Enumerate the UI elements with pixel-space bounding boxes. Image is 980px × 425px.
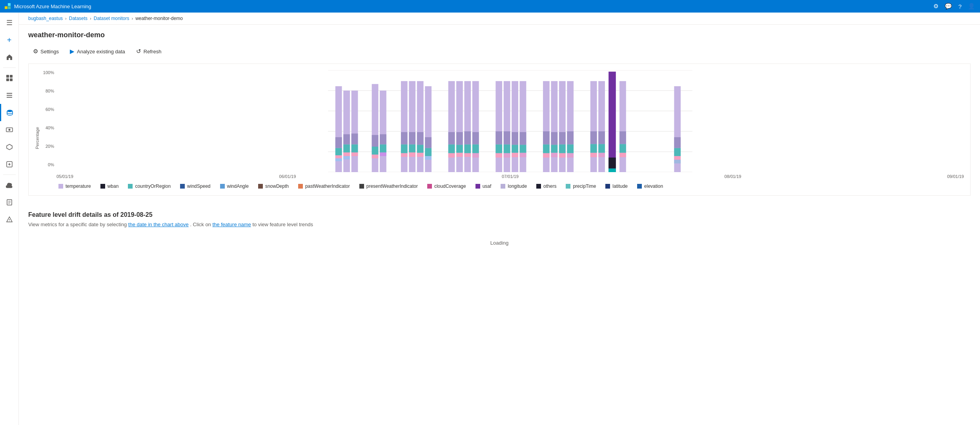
help-icon[interactable]: ? — [958, 3, 962, 10]
sidebar-divider-2 — [3, 174, 16, 175]
svg-rect-69 — [464, 81, 471, 172]
svg-rect-88 — [512, 153, 518, 157]
svg-rect-97 — [551, 81, 558, 172]
svg-rect-40 — [372, 154, 379, 158]
svg-rect-99 — [551, 145, 558, 153]
x-label-sep: 09/01/19 — [947, 174, 964, 179]
svg-rect-4 — [6, 75, 9, 78]
refresh-button-icon: ↺ — [136, 48, 141, 55]
legend-label-latitude: latitude — [612, 183, 628, 189]
svg-rect-71 — [464, 144, 471, 153]
svg-rect-44 — [380, 153, 386, 156]
y-label-100: 100% — [35, 70, 56, 75]
legend-color-usaf — [475, 184, 480, 189]
x-label-aug: 08/01/19 — [725, 174, 741, 179]
svg-rect-37 — [372, 84, 379, 172]
svg-rect-48 — [401, 153, 408, 157]
legend-precipTime: precipTime — [566, 183, 596, 189]
feedback-icon[interactable]: 💬 — [945, 3, 952, 10]
sidebar-item-datasets[interactable] — [0, 104, 19, 121]
legend-color-presentWeatherIndicator — [359, 184, 364, 189]
legend-color-cloudCoverage — [427, 184, 432, 189]
legend-label-temperature: temperature — [66, 183, 91, 189]
svg-rect-50 — [409, 132, 415, 145]
legend-color-longitude — [501, 184, 505, 189]
sidebar-item-experiments[interactable] — [0, 87, 19, 104]
legend-label-others: others — [543, 183, 556, 189]
svg-rect-95 — [543, 144, 550, 153]
svg-rect-7 — [10, 78, 13, 81]
svg-rect-41 — [380, 91, 386, 172]
chart-legend: temperature wban countryOrRegion windSpe… — [58, 183, 964, 189]
svg-rect-6 — [6, 78, 9, 81]
svg-rect-52 — [409, 153, 415, 157]
sidebar-item-menu[interactable]: ☰ — [0, 14, 19, 31]
sidebar-item-home[interactable] — [0, 49, 19, 66]
svg-rect-116 — [598, 153, 605, 157]
breadcrumb-datasets[interactable]: Datasets — [69, 16, 87, 21]
svg-rect-32 — [343, 156, 350, 159]
settings-button[interactable]: ⚙ Settings — [28, 45, 64, 57]
legend-label-pastWeatherIndicator: pastWeatherIndicator — [305, 183, 350, 189]
svg-rect-102 — [559, 132, 566, 145]
svg-rect-107 — [567, 144, 574, 153]
svg-rect-83 — [504, 144, 510, 153]
chart-svg — [56, 70, 964, 172]
chart-container: Percentage 100% 80% 60% 40% 20% 0% — [28, 64, 971, 196]
feature-link[interactable]: the feature name — [212, 222, 251, 227]
x-label-jun: 06/01/19 — [279, 174, 296, 179]
svg-rect-123 — [619, 153, 626, 157]
svg-rect-78 — [495, 131, 502, 144]
sidebar-item-cloud[interactable] — [0, 176, 19, 194]
settings-button-label: Settings — [40, 49, 59, 54]
sidebar-item-alerts[interactable] — [0, 211, 19, 228]
legend-color-wban — [100, 184, 105, 189]
chart-area[interactable]: 05/01/19 06/01/19 07/01/19 08/01/19 09/0… — [56, 70, 964, 179]
svg-rect-43 — [380, 144, 386, 152]
sidebar-item-deploy[interactable] — [0, 156, 19, 173]
y-label-0: 0% — [35, 162, 56, 167]
svg-rect-82 — [504, 131, 510, 144]
analyze-button-icon: ▶ — [70, 48, 75, 55]
svg-rect-110 — [590, 131, 597, 144]
drift-subtitle: View metrics for a specific date by sele… — [28, 222, 971, 227]
svg-point-11 — [7, 110, 13, 112]
svg-rect-65 — [456, 81, 463, 172]
sidebar-item-new[interactable]: + — [0, 31, 19, 49]
legend-wban: wban — [100, 183, 119, 189]
sidebar-item-notebooks[interactable] — [0, 194, 19, 211]
svg-rect-1 — [8, 3, 11, 6]
svg-rect-35 — [352, 144, 358, 152]
legend-color-precipTime — [566, 184, 570, 189]
svg-rect-59 — [425, 148, 432, 156]
legend-color-latitude — [605, 184, 610, 189]
analyze-button[interactable]: ▶ Analyze existing data — [65, 45, 130, 57]
legend-label-windAngle: windAngle — [227, 183, 249, 189]
svg-rect-122 — [619, 144, 626, 153]
legend-color-others — [536, 184, 541, 189]
settings-icon[interactable]: ⚙ — [933, 3, 938, 10]
sidebar-item-models[interactable] — [0, 138, 19, 156]
breadcrumb-sep-2: › — [90, 16, 91, 21]
svg-rect-100 — [551, 153, 558, 157]
drift-title: Feature level drift details as of 2019-0… — [28, 211, 971, 218]
legend-label-presentWeatherIndicator: presentWeatherIndicator — [366, 183, 418, 189]
breadcrumb-workspace[interactable]: bugbash_eastus — [28, 16, 63, 21]
account-icon[interactable]: 👤 — [968, 3, 975, 10]
breadcrumb-monitors[interactable]: Dataset monitors — [94, 16, 129, 21]
legend-color-snowDepth — [258, 184, 263, 189]
legend-windSpeed: windSpeed — [180, 183, 210, 189]
sidebar-item-compute[interactable] — [0, 121, 19, 138]
svg-rect-126 — [674, 148, 681, 156]
svg-rect-24 — [335, 137, 342, 148]
svg-point-13 — [8, 129, 10, 131]
svg-rect-117 — [608, 72, 616, 172]
top-bar-icons: ⚙ 💬 ? 👤 — [933, 3, 975, 10]
svg-rect-113 — [598, 81, 605, 172]
refresh-button[interactable]: ↺ Refresh — [131, 45, 166, 57]
date-link[interactable]: the date in the chart above — [128, 222, 189, 227]
svg-rect-54 — [417, 132, 424, 145]
svg-rect-76 — [472, 153, 479, 158]
sidebar-item-workspace[interactable] — [0, 69, 19, 87]
svg-rect-101 — [559, 81, 566, 172]
